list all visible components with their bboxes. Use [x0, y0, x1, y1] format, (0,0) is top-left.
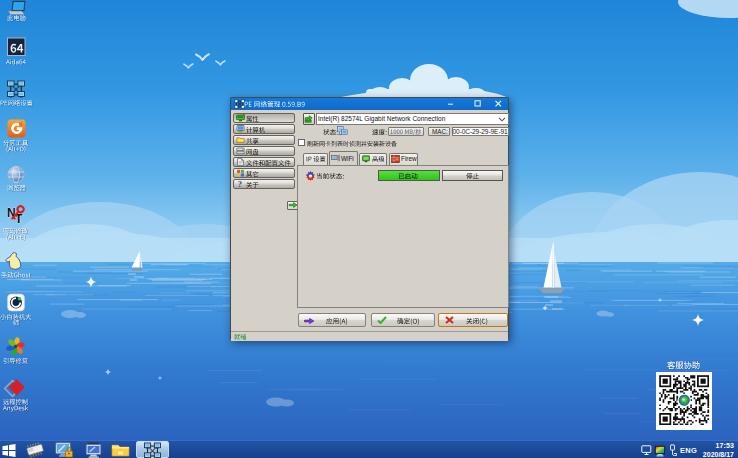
svg-text:?: ?: [237, 180, 241, 188]
